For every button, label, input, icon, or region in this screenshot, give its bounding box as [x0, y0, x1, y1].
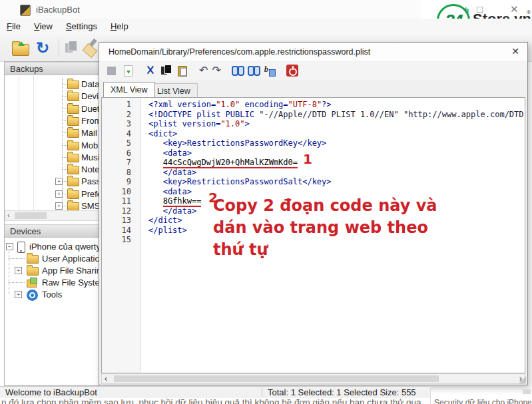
device-label[interactable]: User Application	[42, 254, 100, 264]
cleanup-brush-icon[interactable]	[84, 40, 100, 56]
menu-view[interactable]: View	[27, 19, 59, 31]
tools-gear-icon	[27, 290, 38, 301]
device-row-app-file-sharing[interactable]: + App File Sharing	[5, 264, 99, 276]
folder-icon	[27, 267, 39, 276]
export-icon[interactable]	[122, 65, 134, 77]
left-panel: Backups DataDeviDuetFromMailMobMusiNote+…	[4, 61, 100, 386]
editor-toolbar: ↶ ↷ →	[99, 61, 527, 81]
paste-icon[interactable]	[176, 65, 188, 77]
annotation-note-line: dán vào trang web theo	[213, 217, 437, 239]
tab-xml-view[interactable]: XML View	[103, 82, 155, 97]
scroll-left-arrow-icon[interactable]: ‹	[7, 211, 10, 219]
backup-folder-row[interactable]: Devi	[5, 90, 99, 102]
code-text: <key>RestrictionsPasswordSalt</key>	[148, 177, 332, 186]
expand-icon[interactable]: +	[55, 202, 63, 210]
backup-folder-row[interactable]: Duet	[5, 102, 99, 114]
collapse-icon[interactable]: −	[6, 243, 13, 250]
menu-file[interactable]: File	[0, 19, 27, 31]
device-label[interactable]: iPhone của qwerty	[29, 242, 100, 252]
backup-folder-label[interactable]: Prefe	[81, 189, 100, 199]
code-text: <plist version=	[148, 119, 220, 128]
backup-folder-row[interactable]: Mob	[5, 139, 99, 151]
backup-folder-label[interactable]: SMS	[81, 201, 100, 211]
copy-icon-disabled	[65, 41, 79, 55]
device-row-iphone[interactable]: − iPhone của qwerty	[5, 240, 99, 252]
backup-folder-label[interactable]: From	[81, 116, 100, 126]
menu-settings[interactable]: Settings	[59, 19, 104, 31]
toolbar-separator	[59, 39, 59, 57]
replace-icon[interactable]	[264, 65, 276, 77]
tree-stub	[62, 108, 67, 110]
device-row-tools[interactable]: + Tools	[5, 288, 99, 300]
backup-folder-label[interactable]: Devi	[81, 91, 99, 101]
expand-icon[interactable]: +	[15, 291, 22, 298]
status-selection-info: Total: 1 Selected: 1 Selected Size: 555	[268, 387, 416, 397]
backup-folder-row[interactable]: Note	[5, 163, 99, 175]
editor-close-icon[interactable]: ✕	[511, 46, 519, 57]
line-number: 15	[102, 235, 131, 245]
open-backup-folder-icon[interactable]	[12, 44, 29, 56]
exit-power-icon[interactable]	[286, 65, 298, 77]
find-next-icon[interactable]: →	[248, 65, 260, 77]
maximize-button[interactable]: □	[477, 3, 483, 15]
line-number: 3	[102, 119, 131, 129]
cut-icon[interactable]	[144, 65, 156, 77]
copy-icon[interactable]	[160, 65, 172, 77]
tree-stub	[62, 194, 67, 195]
devices-header[interactable]: Devices	[5, 224, 99, 238]
device-label[interactable]: Raw File System	[42, 278, 100, 288]
backup-folder-row[interactable]: +Pass	[5, 175, 99, 187]
backups-tree: DataDeviDuetFromMailMobMusiNote+Pass+Pre…	[5, 75, 99, 210]
close-window-button[interactable]: ✕	[510, 3, 519, 15]
expand-icon[interactable]: +	[15, 267, 22, 274]
backup-folder-label[interactable]: Note	[81, 164, 99, 174]
undo-icon[interactable]: ↶	[199, 65, 208, 77]
code-text	[148, 196, 163, 206]
refresh-icon[interactable]: ↻	[36, 39, 49, 57]
line-number: 4	[102, 129, 131, 139]
code-text: </data>	[148, 168, 196, 177]
code-line: 2<!DOCTYPE plist PUBLIC "-//Apple//DTD P…	[102, 110, 525, 120]
line-number: 12	[102, 206, 131, 216]
expand-icon[interactable]: +	[55, 178, 63, 185]
line-number: 2	[102, 110, 131, 120]
backup-folder-row[interactable]: +Prefe	[5, 188, 99, 200]
backup-folder-row[interactable]: Data	[5, 78, 99, 90]
backup-folder-row[interactable]: Musi	[5, 151, 99, 163]
webpage-divider	[430, 386, 431, 404]
scroll-left-arrow-icon[interactable]: ‹	[105, 374, 107, 383]
scrollbar-thumb[interactable]	[114, 375, 439, 382]
backups-header[interactable]: Backups	[5, 62, 99, 75]
find-icon[interactable]	[232, 65, 244, 77]
backup-folder-label[interactable]: Data	[81, 79, 99, 89]
device-row-user-application[interactable]: User Application	[5, 252, 99, 264]
backup-folder-label[interactable]: Musi	[81, 152, 99, 162]
folder-icon	[67, 142, 79, 150]
save-icon	[106, 65, 118, 77]
tree-stub	[9, 282, 25, 284]
code-line: 7 44cScQwgDwjW20+QhMalKZWmKd0=	[102, 158, 525, 168]
code-line: 8 </data>	[102, 168, 525, 178]
redo-icon[interactable]: ↷	[212, 65, 220, 77]
device-label[interactable]: Tools	[42, 290, 62, 300]
backup-folder-label[interactable]: Mob	[81, 140, 98, 150]
device-row-raw-file-system[interactable]: Raw File System	[5, 276, 99, 288]
backup-folder-row[interactable]: From	[5, 114, 99, 126]
backup-folder-label[interactable]: Pass	[81, 176, 100, 186]
device-label[interactable]: App File Sharing	[42, 266, 100, 276]
expand-icon[interactable]: +	[55, 190, 63, 198]
backups-hscrollbar[interactable]: ‹	[5, 210, 99, 221]
tab-list-view[interactable]: List View	[150, 83, 198, 97]
backup-folder-row[interactable]: Mail	[5, 126, 99, 138]
editor-hscrollbar[interactable]: ‹ ›	[101, 373, 525, 384]
scrollbar-thumb[interactable]	[15, 212, 47, 219]
folder-icon	[67, 154, 79, 162]
webpage-background-text-right: Security dữ liệu cho iPhone	[434, 398, 531, 404]
backup-folder-label[interactable]: Mail	[81, 128, 97, 138]
backup-folder-label[interactable]: Duet	[81, 104, 99, 114]
resize-grip[interactable]	[519, 376, 526, 383]
editor-title: HomeDomain/Library/Preferences/com.apple…	[109, 47, 370, 57]
line-number: 10	[102, 187, 131, 197]
folder-icon	[67, 178, 79, 186]
menu-help[interactable]: Help	[104, 19, 135, 31]
